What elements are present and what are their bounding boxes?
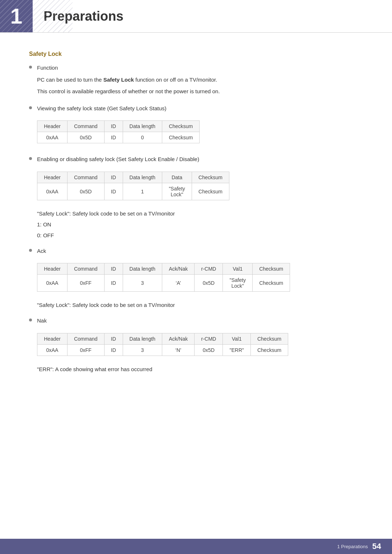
table-cell-checksum: Checksum	[192, 183, 229, 200]
table-cell-id: ID	[104, 183, 123, 200]
table-cell: 3	[123, 275, 162, 292]
col-header: Header	[37, 172, 68, 183]
extra-text: "Safety Lock": Safety lock code to be se…	[37, 209, 363, 218]
main-content: Safety Lock Function PC can be used to t…	[0, 33, 392, 410]
page-header: 1 Preparations	[0, 0, 392, 33]
bullet-dot	[29, 157, 32, 160]
table-cell-id: ID	[104, 132, 123, 143]
safety-lock-bold: Safety Lock	[103, 77, 134, 83]
table-cell: 0xFF	[67, 275, 104, 292]
bullet-content: Viewing the safety lock state (Get Safet…	[37, 104, 363, 151]
bullet-content: Ack Header Command ID Data length Ack/Na…	[37, 247, 363, 312]
col-header: Checksum	[162, 121, 200, 132]
col-header: Header	[37, 333, 68, 344]
col-header: Command	[67, 263, 104, 275]
table-cell: 0xAA	[37, 183, 68, 200]
bullet-dot	[29, 106, 32, 109]
list-item: Ack Header Command ID Data length Ack/Na…	[29, 247, 363, 312]
table-cell: 1	[123, 183, 162, 200]
col-header: Ack/Nak	[162, 333, 195, 344]
col-header: ID	[104, 333, 123, 344]
table-cell-checksum: Checksum	[250, 344, 288, 356]
col-header: ID	[104, 121, 123, 132]
bullet-label: Ack	[37, 247, 363, 255]
list-item: Function PC can be used to turn the Safe…	[29, 64, 363, 99]
table-cell: ‘N’	[162, 344, 195, 356]
bullet-label: Viewing the safety lock state (Get Safet…	[37, 104, 363, 113]
footer-chapter-text: 1 Preparations	[337, 544, 368, 549]
col-header: ID	[104, 172, 123, 183]
col-header: Data length	[123, 121, 162, 132]
view-table: Header Command ID Data length Checksum 0…	[37, 120, 200, 143]
table-cell: 0x5D	[195, 344, 223, 356]
table-cell-id: ID	[104, 344, 123, 356]
table-cell-id: ID	[104, 275, 123, 292]
table-row: 0xAA 0xFF ID 3 ‘N’ 0x5D "ERR" Checksum	[37, 344, 288, 356]
table-cell: 0	[123, 132, 162, 143]
col-header: ID	[104, 263, 123, 275]
table-cell: 0x5D	[195, 275, 223, 292]
table-cell: 0x5D	[67, 183, 104, 200]
table-cell: 0xFF	[67, 344, 104, 356]
col-header: Data length	[123, 263, 162, 275]
section-heading: Safety Lock	[29, 51, 363, 57]
bullet-list: Function PC can be used to turn the Safe…	[29, 64, 363, 376]
col-header: Ack/Nak	[162, 263, 195, 275]
list-item: Enabling or disabling safety lock (Set S…	[29, 155, 363, 242]
col-header: Header	[37, 121, 68, 132]
header-stripe-decoration	[0, 0, 73, 33]
table-cell: "SafetyLock"	[162, 183, 192, 200]
table-wrapper: Header Command ID Data length Data Check…	[37, 172, 229, 200]
table-cell: 0xAA	[37, 275, 68, 292]
extra-text: 0: OFF	[37, 231, 363, 240]
col-header: Val1	[223, 333, 251, 344]
list-item: Viewing the safety lock state (Get Safet…	[29, 104, 363, 151]
col-header: Command	[67, 121, 104, 132]
extra-text: "ERR": A code showing what error has occ…	[37, 365, 363, 374]
table-wrapper: Header Command ID Data length Ack/Nak r-…	[37, 263, 290, 292]
col-header: Data length	[123, 333, 162, 344]
bullet-content: Enabling or disabling safety lock (Set S…	[37, 155, 363, 242]
table-cell: 0xAA	[37, 132, 68, 143]
header-title-area: Preparations	[33, 0, 392, 32]
list-item: Nak Header Command ID Data length Ack/Na…	[29, 317, 363, 376]
table-cell: "ERR"	[223, 344, 251, 356]
col-header: Checksum	[192, 172, 229, 183]
table-cell: 3	[123, 344, 162, 356]
bullet-dot	[29, 66, 32, 69]
function-desc-1: PC can be used to turn the Safety Lock f…	[37, 76, 363, 84]
enable-table: Header Command ID Data length Data Check…	[37, 172, 229, 200]
extra-text: 1: ON	[37, 220, 363, 229]
table-row: 0xAA 0x5D ID 1 "SafetyLock" Checksum	[37, 183, 229, 200]
col-header: Command	[67, 333, 104, 344]
ack-table: Header Command ID Data length Ack/Nak r-…	[37, 263, 290, 292]
table-cell: 0x5D	[67, 132, 104, 143]
nak-table: Header Command ID Data length Ack/Nak r-…	[37, 333, 288, 356]
col-header: Checksum	[253, 263, 290, 275]
col-header: Header	[37, 263, 68, 275]
table-cell: 0xAA	[37, 344, 68, 356]
bullet-content: Function PC can be used to turn the Safe…	[37, 64, 363, 99]
bullet-dot	[29, 319, 32, 321]
col-header: Checksum	[250, 333, 288, 344]
bullet-dot	[29, 249, 32, 252]
col-header: Data length	[123, 172, 162, 183]
table-cell: "SafetyLock"	[223, 275, 253, 292]
col-header: Data	[162, 172, 192, 183]
bullet-label: Function	[37, 64, 363, 72]
col-header: Val1	[223, 263, 253, 275]
bullet-content: Nak Header Command ID Data length Ack/Na…	[37, 317, 363, 376]
col-header: Command	[67, 172, 104, 183]
bullet-label: Enabling or disabling safety lock (Set S…	[37, 155, 363, 164]
extra-text: "Safety Lock": Safety lock code to be se…	[37, 301, 363, 309]
table-row: 0xAA 0x5D ID 0 Checksum	[37, 132, 200, 143]
table-wrapper: Header Command ID Data length Ack/Nak r-…	[37, 333, 288, 356]
footer-page-number: 54	[372, 542, 381, 551]
table-row: 0xAA 0xFF ID 3 ‘A’ 0x5D "SafetyLock" Che…	[37, 275, 290, 292]
page-footer: 1 Preparations 54	[0, 539, 392, 554]
table-cell-checksum: Checksum	[162, 132, 200, 143]
function-desc-2: This control is available regardless of …	[37, 87, 363, 96]
table-wrapper: Header Command ID Data length Checksum 0…	[37, 120, 200, 143]
col-header: r-CMD	[195, 263, 223, 275]
table-cell: ‘A’	[162, 275, 195, 292]
